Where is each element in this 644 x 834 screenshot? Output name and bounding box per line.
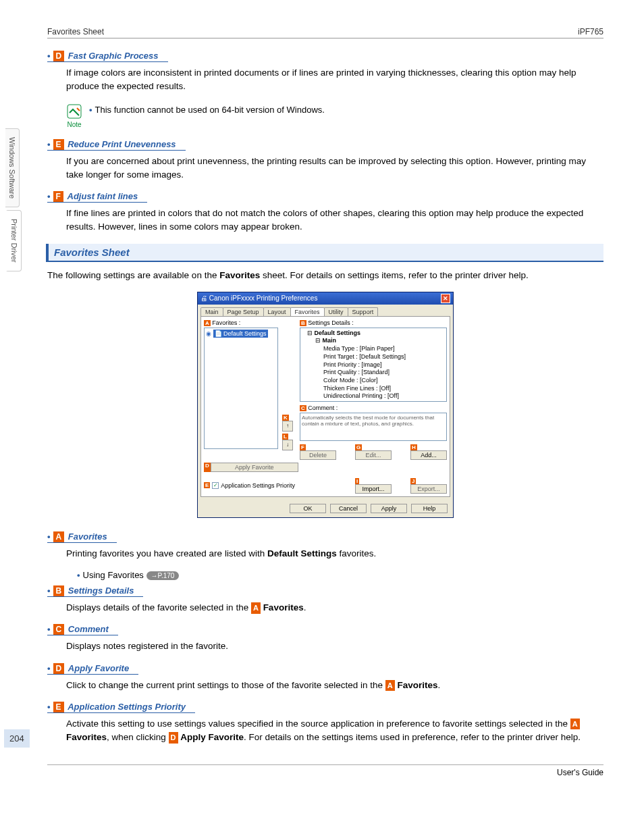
- favorites-label: Favorites :: [212, 319, 240, 326]
- footer-text: User's Guide: [47, 764, 603, 777]
- item-d-apply-favorite: •D Apply Favorite: [47, 663, 603, 675]
- cancel-button[interactable]: Cancel: [330, 504, 367, 513]
- comment-box: Automatically selects the best mode for …: [300, 413, 447, 441]
- favorites-listbox[interactable]: ◉ 📄 Default Settings: [204, 328, 278, 449]
- item-e-desc: If you are concerned about print unevenn…: [66, 155, 603, 182]
- sub-using-favorites: •Using Favorites →P.170: [77, 570, 603, 580]
- apply-button[interactable]: Apply: [371, 504, 407, 513]
- tab-support[interactable]: Support: [348, 307, 379, 316]
- item-c-comment: •C Comment: [47, 624, 603, 635]
- item-a-favorites: •A Favorites: [47, 531, 603, 543]
- item-b-settings-details: •B Settings Details: [47, 585, 603, 597]
- tab-main[interactable]: Main: [200, 307, 223, 316]
- ok-button[interactable]: OK: [290, 504, 326, 513]
- header-right: iPF765: [578, 27, 603, 36]
- note-block: Note •This function cannot be used on 64…: [66, 103, 603, 128]
- dialog-tabs: Main Page Setup Layout Favorites Utility…: [198, 305, 453, 316]
- note-label: Note: [66, 121, 82, 128]
- item-d-fast-graphic: •D Fast Graphic Process: [47, 51, 603, 62]
- item-c-desc: Displays notes registered in the favorit…: [66, 640, 603, 653]
- item-d2-desc: Click to change the current print settin…: [66, 679, 603, 692]
- item-b-desc: Displays details of the favorite selecte…: [66, 601, 603, 615]
- comment-label: Comment :: [308, 405, 338, 411]
- page-ref-link[interactable]: →P.170: [146, 571, 180, 580]
- section-intro: The following settings are available on …: [47, 269, 603, 282]
- edit-button[interactable]: Edit...: [355, 450, 392, 460]
- help-button[interactable]: Help: [411, 504, 448, 513]
- note-text: This function cannot be used on 64-bit v…: [95, 105, 325, 115]
- settings-details-label: Settings Details :: [308, 319, 354, 326]
- tab-layout[interactable]: Layout: [263, 307, 291, 316]
- item-e2-desc: Activate this setting to use settings va…: [66, 717, 603, 745]
- item-a-desc: Printing favorites you have created are …: [66, 547, 603, 561]
- item-e-reduce-unevenness: •E Reduce Print Unevenness: [47, 139, 603, 151]
- header-left: Favorites Sheet: [47, 27, 104, 36]
- item-d-desc: If image colors are inconsistent in prin…: [66, 66, 603, 94]
- export-button[interactable]: Export...: [410, 484, 447, 494]
- dialog-titlebar: 🖨 Canon iPFxxxx Printing Preferences ✕: [198, 292, 453, 305]
- note-icon: [66, 103, 82, 120]
- item-f-desc: If fine lines are printed in colors that…: [66, 207, 603, 234]
- printing-preferences-dialog: 🖨 Canon iPFxxxx Printing Preferences ✕ M…: [197, 292, 454, 518]
- tab-page-setup[interactable]: Page Setup: [223, 307, 264, 316]
- move-down-icon[interactable]: ↓: [282, 440, 293, 450]
- close-icon[interactable]: ✕: [441, 294, 450, 303]
- page-header: Favorites Sheet iPF765: [47, 27, 603, 38]
- app-settings-priority-checkbox[interactable]: ✓: [212, 482, 219, 489]
- delete-button[interactable]: Delete: [300, 450, 336, 460]
- tab-utility[interactable]: Utility: [324, 307, 348, 316]
- add-button[interactable]: Add...: [410, 450, 447, 460]
- app-settings-priority-label: Application Settings Priority: [221, 482, 295, 489]
- item-f-adjust-faint: •F Adjust faint lines: [47, 191, 603, 203]
- settings-details-tree[interactable]: ⊟ Default Settings ⊟ Main Media Type : […: [300, 328, 447, 402]
- section-heading: Favorites Sheet: [46, 244, 603, 262]
- move-up-icon[interactable]: ↑: [282, 421, 293, 432]
- tab-favorites[interactable]: Favorites: [290, 307, 325, 316]
- import-button[interactable]: Import...: [355, 484, 392, 494]
- item-e-app-settings-priority: •E Application Settings Priority: [47, 702, 603, 713]
- apply-favorite-button[interactable]: Apply Favorite: [211, 463, 298, 472]
